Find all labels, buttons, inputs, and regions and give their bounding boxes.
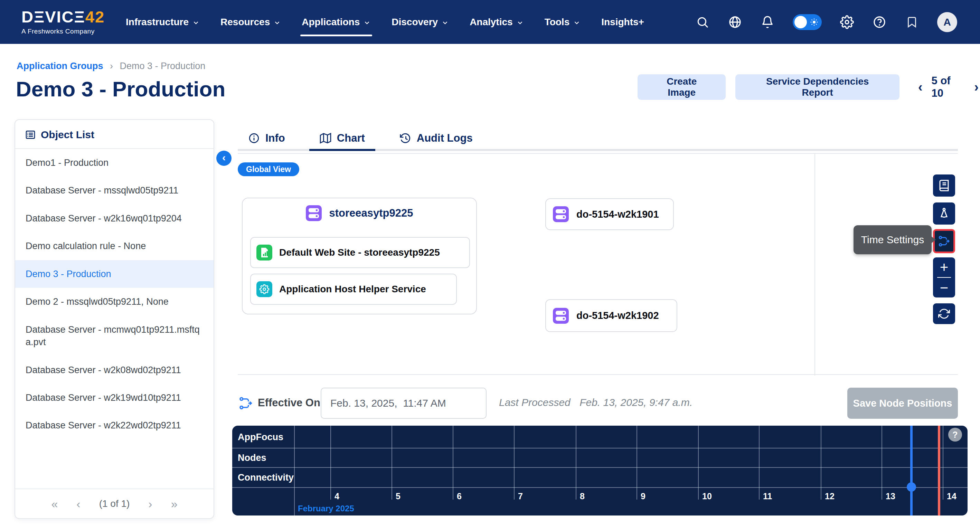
- search-icon[interactable]: [695, 15, 710, 29]
- top-nav: DΞVICΞ42 A Freshworks Company Infrastruc…: [0, 0, 980, 44]
- timeline-help-button[interactable]: ?: [948, 428, 962, 442]
- chevron-down-icon: [573, 19, 581, 27]
- refresh-button[interactable]: [933, 303, 955, 324]
- timeline-date: 5: [396, 491, 401, 501]
- list-item[interactable]: Database Server - w2k22wd02tp9211: [15, 412, 213, 439]
- page-title: Demo 3 - Production: [16, 77, 225, 101]
- save-node-positions-button[interactable]: Save Node Positions: [847, 388, 958, 419]
- server-icon: [553, 308, 569, 324]
- pager-prev-icon[interactable]: ‹: [917, 81, 924, 94]
- device42-logo[interactable]: DΞVICΞ42 A Freshworks Company: [21, 9, 108, 35]
- menu-analytics[interactable]: Analytics: [469, 0, 524, 44]
- pager-first-icon[interactable]: «: [51, 498, 58, 509]
- time-settings-button[interactable]: [933, 229, 955, 253]
- logo-tagline: A Freshworks Company: [21, 28, 108, 35]
- tab-label: Info: [266, 132, 285, 145]
- tooltip-text: Time Settings: [861, 234, 924, 246]
- node-default-web-site[interactable]: Default Web Site - storeeasytp9225: [250, 237, 470, 268]
- list-item[interactable]: Database Server - w2k08wd02tp9211: [15, 356, 213, 384]
- service-dependencies-report-button[interactable]: Service Dependencies Report: [735, 74, 899, 100]
- effective-date-input[interactable]: [321, 388, 487, 419]
- pager-last-icon[interactable]: »: [171, 498, 178, 509]
- menu-label: Tools: [545, 17, 570, 28]
- list-item[interactable]: Demo 2 - mssqlwd05tp9211, None: [15, 288, 213, 315]
- time-settings-tooltip: Time Settings: [854, 225, 932, 254]
- bookmark-icon[interactable]: [905, 15, 919, 29]
- menu-applications[interactable]: Applications: [302, 0, 371, 44]
- list-item[interactable]: Database Server - mcmwq01tp9211.msftqa.p…: [15, 316, 213, 356]
- user-avatar[interactable]: A: [937, 12, 957, 32]
- tab-chart[interactable]: Chart: [309, 127, 375, 149]
- group-node-title: storeeasytp9225: [329, 207, 413, 220]
- last-processed: Last Processed Feb. 13, 2025, 9:47 a.m.: [499, 396, 692, 408]
- main-menu: Infrastructure Resources Applications Di…: [126, 0, 644, 44]
- breadcrumb-separator: ›: [110, 61, 113, 71]
- zoom-out-button[interactable]: −: [933, 278, 955, 298]
- group-node-storeeasytp9225[interactable]: storeeasytp9225 Default Web Site - store…: [242, 197, 477, 314]
- node-label: do-5154-w2k1901: [576, 208, 659, 220]
- last-processed-label: Last Processed: [499, 396, 571, 408]
- list-item-selected[interactable]: Demo 3 - Production: [15, 260, 213, 288]
- layout-compass-button[interactable]: [933, 202, 955, 224]
- server-icon: [553, 206, 569, 222]
- pager-prev-icon[interactable]: ‹: [76, 498, 80, 509]
- create-image-button[interactable]: Create Image: [638, 74, 725, 100]
- map-icon: [320, 132, 331, 144]
- legend-book-button[interactable]: [933, 175, 955, 197]
- refresh-icon: [938, 308, 950, 320]
- list-item[interactable]: Database Server - w2k16wq01tp9204: [15, 205, 213, 232]
- menu-discovery[interactable]: Discovery: [391, 0, 449, 44]
- chevron-down-icon: [273, 19, 281, 27]
- pager-next-icon[interactable]: ›: [973, 81, 980, 94]
- zoom-in-button[interactable]: +: [933, 258, 955, 277]
- info-icon: [248, 132, 260, 144]
- time-slider-panel: AppFocus Nodes Connectivity 4 5 6 7 8 9 …: [232, 426, 967, 516]
- zoom-control: + −: [933, 258, 955, 298]
- tab-label: Audit Logs: [417, 132, 473, 145]
- breadcrumb-application-groups[interactable]: Application Groups: [17, 61, 103, 71]
- page-actions: Create Image Service Dependencies Report…: [638, 74, 980, 100]
- timeline-date: 6: [457, 491, 462, 501]
- breadcrumb: Application Groups › Demo 3 - Production: [17, 61, 205, 72]
- last-processed-value: Feb. 13, 2025, 9:47 a.m.: [579, 396, 692, 408]
- help-icon[interactable]: [872, 15, 887, 29]
- node-do-5154-w2k1901[interactable]: do-5154-w2k1901: [545, 198, 674, 230]
- list-item[interactable]: Demo1 - Production: [15, 149, 213, 177]
- menu-infrastructure[interactable]: Infrastructure: [126, 0, 200, 44]
- server-icon: [306, 205, 322, 221]
- pager-label: (1 of 1): [99, 498, 130, 509]
- notifications-bell-icon[interactable]: [760, 15, 775, 29]
- timeline-date: 10: [702, 491, 712, 501]
- sidebar-collapse-button[interactable]: ‹: [216, 151, 232, 166]
- service-gear-icon: [256, 281, 272, 297]
- timeline-row-nodes: Nodes: [238, 453, 266, 463]
- tab-info[interactable]: Info: [238, 127, 296, 149]
- device42-app: DΞVICΞ42 A Freshworks Company Infrastruc…: [0, 0, 980, 530]
- menu-resources[interactable]: Resources: [221, 0, 281, 44]
- group-node-header: storeeasytp9225: [243, 198, 476, 221]
- detail-tabs: Info Chart Audit Logs: [238, 127, 958, 151]
- pager-label: 5 of 10: [932, 75, 966, 100]
- object-list-items: Demo1 - Production Database Server - mss…: [15, 149, 213, 489]
- globe-icon[interactable]: [728, 15, 742, 29]
- theme-toggle[interactable]: [793, 14, 822, 30]
- menu-tools[interactable]: Tools: [545, 0, 581, 44]
- list-item[interactable]: Demo calculation rule - None: [15, 232, 213, 260]
- timeline-date: 8: [580, 491, 585, 501]
- menu-insights[interactable]: Insights+: [601, 0, 644, 44]
- node-do-5154-w2k1902[interactable]: do-5154-w2k1902: [545, 299, 677, 332]
- list-item[interactable]: Database Server - mssqlwd05tp9211: [15, 177, 213, 204]
- breadcrumb-current: Demo 3 - Production: [120, 61, 205, 71]
- global-view-badge: Global View: [238, 162, 299, 176]
- menu-label: Infrastructure: [126, 17, 189, 28]
- pager-next-icon[interactable]: ›: [148, 498, 152, 509]
- tab-audit-logs[interactable]: Audit Logs: [389, 127, 483, 149]
- chevron-down-icon: [516, 19, 524, 27]
- list-item[interactable]: Database Server - w2k19wd10tp9211: [15, 384, 213, 412]
- node-app-host-helper-service[interactable]: Application Host Helper Service: [250, 274, 457, 305]
- topology-canvas: Global View storeeasytp9225 Default Web …: [238, 153, 958, 375]
- settings-gear-icon[interactable]: [840, 15, 854, 29]
- timeline-date: 14: [947, 491, 956, 501]
- timeline-selected-time-marker[interactable]: [910, 426, 913, 516]
- timeline-marker-handle[interactable]: [907, 482, 916, 492]
